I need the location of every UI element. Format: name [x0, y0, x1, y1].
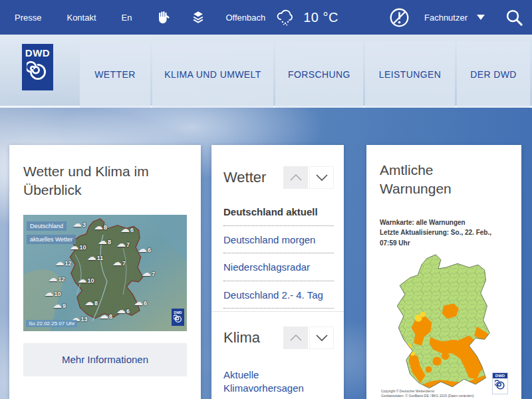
dwd-spiral-icon	[495, 380, 506, 391]
fachnutzer-menu[interactable]: Fachnutzer	[424, 13, 467, 23]
weather-marker: ☁8	[99, 310, 112, 319]
weather-marker: ☁6	[138, 243, 151, 253]
weather-marker: ☁12	[55, 257, 71, 266]
search-icon[interactable]	[505, 8, 524, 27]
wetter-section-header: Wetter	[223, 166, 334, 189]
klima-section-title: Klima	[223, 329, 283, 346]
wetter-scroll-down-button[interactable]	[309, 166, 334, 189]
weather-marker: ☁6	[120, 223, 134, 233]
kontakt-link[interactable]: Kontakt	[66, 13, 96, 23]
weather-marker: ☁7	[112, 257, 126, 266]
warning-map-type: Warnkarte: alle Warnungen	[380, 217, 508, 228]
warning-map-info: Warnkarte: alle Warnungen Letzte Aktuali…	[380, 217, 508, 249]
weather-marker: ☁6	[116, 305, 130, 314]
germany-warning-map-image	[380, 252, 499, 399]
klima-scroll-up-button[interactable]	[283, 327, 308, 349]
wetter-menu-list: Deutschland aktuell Deutschland morgen N…	[223, 198, 334, 309]
weather-marker: ☁9	[53, 299, 66, 309]
chevron-down-icon[interactable]	[477, 15, 485, 20]
weather-marker: ☁10	[69, 241, 86, 250]
weather-marker: ☁3	[72, 218, 86, 227]
location-label: Offenbach	[225, 13, 265, 23]
overview-card: Wetter und Klima im Überblick Deutsc	[9, 145, 201, 399]
warning-map-dwd-logo: DWD	[492, 372, 508, 394]
english-link[interactable]: En	[122, 13, 132, 23]
main-navigation: DWD WETTER KLIMA UND UMWELT FORSCHUNG LE…	[0, 35, 532, 108]
weather-marker: ☁12	[48, 273, 65, 282]
sign-language-icon[interactable]	[156, 10, 171, 25]
weather-marker: ☁8	[98, 235, 111, 245]
menu-item-deutschland-2-4-tag[interactable]: Deutschland 2.- 4. Tag	[223, 281, 334, 309]
weather-marker: ☁8	[84, 297, 98, 306]
dwd-logo[interactable]: DWD	[22, 44, 53, 90]
weather-marker: ☁10	[44, 287, 61, 297]
precipitation-cloud-icon	[275, 9, 295, 26]
map-timestamp: So 22.02.25 07 Uhr	[26, 320, 77, 327]
menu-item-deutschland-aktuell[interactable]: Deutschland aktuell	[223, 198, 334, 226]
warning-map-copyright: Copyright © Deutscher Wetterdienst Geoba…	[381, 389, 474, 398]
warnings-card-title: Amtliche Warnungen	[380, 161, 508, 199]
chevron-up-icon	[289, 174, 303, 181]
easy-language-icon[interactable]	[191, 10, 205, 25]
nav-item-leistungen[interactable]: LEISTUNGEN	[365, 41, 455, 108]
more-information-button[interactable]: Mehr Informationen	[23, 343, 187, 376]
nav-items: WETTER KLIMA UND UMWELT FORSCHUNG LEISTU…	[80, 41, 530, 108]
chevron-down-icon	[315, 174, 329, 181]
weather-marker: ☁8	[94, 221, 107, 230]
klima-menu-list: Aktuelle Klimavorhersagen Hitze – Thermi…	[223, 361, 334, 399]
map-dwd-logo: DWD	[172, 309, 184, 326]
overview-card-title: Wetter und Klima im Überblick	[23, 162, 187, 200]
wetter-section-title: Wetter	[223, 169, 283, 186]
chevron-down-icon	[315, 334, 329, 341]
weather-map-markers: ☁3☁8☁6☁10☁8☁7☁6☁11☁7☁12☁7☁10☁12☁10☁9☁8☁1…	[23, 215, 187, 331]
dwd-spiral-logo	[27, 59, 49, 85]
weather-marker: ☁7	[116, 238, 130, 247]
wetter-scroll-up-button[interactable]	[283, 166, 308, 189]
nav-item-klima-und-umwelt[interactable]: KLIMA UND UMWELT	[152, 41, 273, 108]
weather-marker: ☁6	[134, 297, 147, 306]
menu-item-deutschland-morgen[interactable]: Deutschland morgen	[223, 226, 334, 254]
warning-map-updated: Letzte Aktualisierung: So., 22. Feb., 07…	[380, 227, 508, 248]
menu-item-aktuelle-klimavorhersagen[interactable]: Aktuelle Klimavorhersagen	[223, 361, 334, 399]
menu-item-niederschlagsradar[interactable]: Niederschlagsradar	[223, 253, 334, 281]
weather-marker: ☁7	[142, 267, 155, 277]
klima-scroll-down-button[interactable]	[309, 327, 334, 349]
copyright-line-1: Copyright © Deutscher Wetterdienst	[381, 389, 474, 394]
weather-overview-map[interactable]: Deutschland aktuelles Wetter ☁3☁8☁6☁10☁8…	[23, 215, 187, 331]
top-bar: Presse Kontakt En Offenbach 10 °C	[0, 0, 532, 35]
nav-item-forschung[interactable]: FORSCHUNG	[275, 41, 363, 108]
current-temperature: 10 °C	[303, 10, 338, 25]
presse-link[interactable]: Presse	[15, 13, 41, 23]
copyright-line-2: Geobasisdaten: © GeoBasis-DE / BKG 2015 …	[381, 394, 474, 398]
klima-section-header: Klima	[223, 327, 334, 349]
quick-navigation-card: Wetter Deutschland aktuell Deutschland m…	[211, 145, 344, 399]
warning-map[interactable]: Copyright © Deutscher Wetterdienst Geoba…	[380, 252, 508, 399]
warning-map-dwd-logo-text: DWD	[493, 373, 507, 378]
nav-item-der-dwd[interactable]: DER DWD	[457, 41, 530, 108]
dwd-logo-text: DWD	[25, 47, 50, 59]
warning-status-icon[interactable]	[389, 7, 410, 28]
warnings-card: Amtliche Warnungen Warnkarte: alle Warnu…	[366, 145, 521, 399]
dwd-spiral-icon	[174, 315, 183, 324]
nav-item-wetter[interactable]: WETTER	[80, 41, 150, 108]
weather-marker: ☁11	[87, 251, 104, 261]
chevron-up-icon	[289, 334, 303, 341]
klima-section: Klima Aktuelle Klimavorhersagen Hitze – …	[211, 311, 344, 399]
weather-marker: ☁10	[77, 274, 94, 283]
